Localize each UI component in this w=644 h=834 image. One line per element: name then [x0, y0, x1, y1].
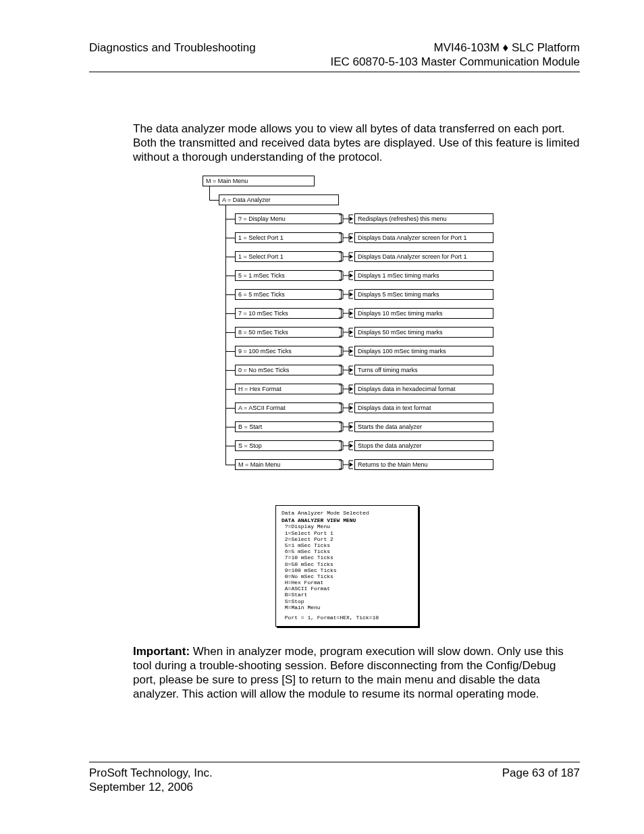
terminal-line: A=ASCII Format: [281, 585, 412, 592]
terminal-line: 9=100 mSec Ticks: [281, 567, 412, 573]
diagram-cmd: B = Start: [235, 421, 342, 432]
intro-paragraph: The data analyzer mode allows you to vie…: [133, 122, 580, 164]
footer-left-line2: September 12, 2006: [89, 780, 213, 794]
connector-icon: [338, 250, 354, 263]
connector-icon: [338, 307, 354, 320]
svg-marker-5: [350, 255, 353, 259]
connector-icon: [338, 288, 354, 301]
diagram-cmd: 6 = 5 mSec Ticks: [235, 289, 342, 300]
diagram-desc: Returns to the Main Menu: [354, 459, 493, 470]
connector-icon: [338, 269, 354, 282]
terminal-screenshot: Data Analyzer Mode SelectedDATA ANALYZER…: [275, 505, 419, 627]
diagram-cmd: H = Hex Format: [235, 384, 342, 394]
svg-marker-7: [350, 273, 353, 278]
header-right-line2: IEC 60870-5-103 Master Communication Mod…: [331, 55, 580, 69]
svg-marker-23: [350, 425, 353, 429]
terminal-line: M=Main Menu: [281, 604, 412, 610]
footer-left: ProSoft Technology, Inc. September 12, 2…: [89, 766, 213, 795]
svg-marker-25: [350, 444, 353, 448]
connector-icon: [338, 344, 354, 358]
svg-marker-3: [350, 236, 353, 240]
terminal-line: 1=Select Port 1: [281, 530, 412, 536]
terminal-line: S=Stop: [281, 598, 412, 604]
terminal-line: 5=1 mSec Ticks: [281, 542, 412, 548]
diagram-desc: Displays data in text format: [354, 402, 493, 413]
connector-icon: [338, 401, 354, 415]
diagram-desc: Turns off timing marks: [354, 365, 493, 375]
svg-marker-1: [350, 217, 353, 221]
diagram-cmd: M = Main Menu: [235, 459, 342, 470]
header-right: MVI46-103M ♦ SLC Platform IEC 60870-5-10…: [331, 41, 580, 70]
connector-icon: [338, 382, 354, 396]
connector-icon: [338, 439, 354, 452]
terminal-line: 2=Select Port 2: [281, 536, 412, 542]
diagram-desc: Displays data in hexadecimal format: [354, 384, 493, 394]
terminal-line: 8=50 mSec Ticks: [281, 561, 412, 567]
terminal-line: 7=10 mSec Ticks: [281, 554, 412, 561]
svg-marker-27: [350, 463, 353, 467]
diagram-cmd: 7 = 10 mSec Ticks: [235, 308, 342, 319]
diagram-desc: Starts the data analyzer: [354, 421, 493, 432]
important-paragraph: Important: When in analyzer mode, progra…: [133, 644, 580, 701]
terminal-line: H=Hex Format: [281, 579, 412, 585]
diagram-sub: A = Data Analyzer: [219, 194, 339, 205]
diagram-desc: Displays 50 mSec timing marks: [354, 327, 493, 338]
diagram-desc: Stops the data analyzer: [354, 440, 493, 451]
diagram-cmd: S = Stop: [235, 440, 342, 451]
header-right-line1: MVI46-103M ♦ SLC Platform: [331, 41, 580, 55]
diagram-cmd: A = ASCII Format: [235, 402, 342, 413]
diagram-desc: Displays 1 mSec timing marks: [354, 270, 493, 281]
important-label: Important:: [133, 645, 190, 658]
svg-marker-19: [350, 387, 353, 391]
connector-icon: [338, 458, 354, 471]
header-rule: [89, 72, 580, 72]
svg-marker-13: [350, 330, 353, 334]
footer-left-line1: ProSoft Technology, Inc.: [89, 766, 213, 780]
terminal-footer: Port = 1, Format=HEX, Tick=10: [281, 615, 412, 621]
diagram-cmd: 1 = Select Port 1: [235, 251, 342, 262]
svg-marker-21: [350, 406, 353, 410]
terminal-line: B=Start: [281, 592, 412, 598]
footer-right: Page 63 of 187: [502, 766, 580, 795]
footer-rule: [89, 762, 580, 762]
diagram-root: M = Main Menu: [203, 176, 315, 186]
diagram-desc: Displays Data Analyzer screen for Port 1: [354, 251, 493, 262]
terminal-line: ?=Display Menu: [281, 523, 412, 529]
svg-marker-9: [350, 292, 353, 296]
diagram-desc: Redisplays (refreshes) this menu: [354, 213, 493, 224]
connector-icon: [338, 325, 354, 339]
diagram-cmd: 5 = 1 mSec Ticks: [235, 270, 342, 281]
terminal-line: 6=5 mSec Ticks: [281, 548, 412, 554]
connector-icon: [338, 363, 354, 377]
diagram-cmd: 9 = 100 mSec Ticks: [235, 346, 342, 357]
diagram-cmd: 1 = Select Port 1: [235, 232, 342, 243]
diagram-desc: Displays Data Analyzer screen for Port 1: [354, 232, 493, 243]
terminal-title: Data Analyzer Mode Selected: [281, 510, 412, 516]
svg-marker-15: [350, 349, 353, 353]
diagram-desc: Displays 10 mSec timing marks: [354, 308, 493, 319]
important-key: [S]: [281, 673, 296, 686]
page-header: Diagnostics and Troubleshooting MVI46-10…: [89, 41, 580, 70]
terminal-heading: DATA ANALYZER VIEW MENU: [281, 517, 412, 523]
diagram-cmd: ? = Display Menu: [235, 213, 342, 224]
diagram-cmd: 0 = No mSec Ticks: [235, 365, 342, 375]
svg-marker-11: [350, 311, 353, 315]
terminal-line: 0=No mSec Ticks: [281, 573, 412, 579]
header-left: Diagnostics and Troubleshooting: [89, 41, 256, 70]
diagram-desc: Displays 100 mSec timing marks: [354, 346, 493, 357]
connector-icon: [338, 231, 354, 244]
connector-icon: [338, 420, 354, 434]
diagram-cmd: 8 = 50 mSec Ticks: [235, 327, 342, 338]
connector-icon: [338, 212, 354, 226]
page-footer: ProSoft Technology, Inc. September 12, 2…: [89, 766, 580, 795]
diagram-desc: Displays 5 mSec timing marks: [354, 289, 493, 300]
svg-marker-17: [350, 368, 353, 372]
